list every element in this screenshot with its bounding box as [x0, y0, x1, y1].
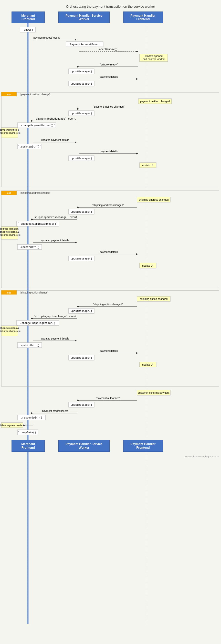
svg-rect-51: [140, 163, 156, 168]
svg-text:updated payment details: updated payment details: [41, 139, 69, 141]
svg-rect-85: [137, 296, 170, 301]
svg-rect-82: [1, 290, 17, 295]
svg-rect-104: [69, 355, 94, 360]
svg-text:total price change etc: total price change etc: [0, 234, 20, 236]
svg-rect-121: [17, 430, 38, 435]
svg-rect-30: [138, 99, 172, 104]
header-service: Payment Handler Service Worker: [58, 12, 110, 23]
svg-rect-108: [137, 390, 170, 395]
footer-frontend: Payment Handler Frontend: [123, 440, 163, 452]
svg-text:`.updateWith()`: `.updateWith()`: [18, 344, 41, 347]
svg-rect-116: [17, 415, 46, 420]
footer-merchant: Merchant Frontend: [12, 440, 45, 452]
svg-text:[payment method change]: [payment method change]: [20, 93, 50, 96]
svg-rect-79: [140, 263, 156, 268]
svg-rect-20: [69, 69, 94, 74]
svg-text:payment method &: payment method &: [0, 129, 19, 131]
svg-text:`.postMessage()`: `.postMessage()`: [69, 70, 94, 73]
svg-text:customer confirms payment: customer confirms payment: [138, 391, 170, 394]
svg-text:opt: opt: [7, 93, 11, 96]
svg-text:address validation,: address validation,: [0, 228, 19, 230]
svg-text:opt: opt: [7, 192, 11, 194]
svg-text:`paymentrequest` event: `paymentrequest` event: [33, 36, 60, 39]
svg-rect-40: [1, 128, 18, 138]
svg-text:[shipping option change]: [shipping option change]: [20, 291, 48, 294]
svg-rect-112: [69, 402, 94, 407]
svg-text:"shipping option changed": "shipping option changed": [93, 303, 123, 306]
svg-text:"payment authorized": "payment authorized": [96, 397, 120, 400]
svg-text:payment details: payment details: [100, 251, 118, 253]
svg-rect-34: [69, 111, 94, 116]
svg-rect-95: [1, 326, 18, 336]
svg-text:`.postMessage()`: `.postMessage()`: [69, 356, 94, 359]
svg-text:update UI: update UI: [142, 264, 153, 267]
svg-rect-11: [66, 42, 103, 47]
svg-text:`PaymentRequestEvent`: `PaymentRequestEvent`: [68, 43, 101, 46]
svg-text:and content loaded: and content loaded: [143, 58, 164, 61]
svg-text:payment details: payment details: [100, 150, 118, 153]
svg-rect-100: [17, 343, 42, 348]
svg-text:payment credential etc: payment credential etc: [42, 410, 68, 412]
svg-text:"shipping address changed": "shipping address changed": [92, 204, 124, 207]
svg-rect-45: [17, 144, 42, 149]
svg-text:`.postMessage()`: `.postMessage()`: [69, 157, 94, 160]
svg-text:updated payment details: updated payment details: [41, 337, 69, 340]
svg-rect-57: [137, 197, 170, 202]
svg-rect-27: [1, 92, 17, 96]
svg-rect-93: [17, 320, 59, 325]
svg-rect-49: [69, 156, 94, 161]
svg-rect-81: [1, 290, 219, 386]
svg-text:`.postMessage()`: `.postMessage()`: [69, 403, 94, 406]
svg-rect-54: [1, 191, 17, 195]
svg-text:`.postMessage()`: `.postMessage()`: [69, 82, 94, 85]
svg-rect-61: [69, 209, 94, 214]
svg-text:window opened: window opened: [144, 55, 163, 58]
footer-service: Payment Handler Service Worker: [58, 440, 110, 452]
svg-text:shipping options &: shipping options &: [0, 231, 19, 233]
svg-text:payment details: payment details: [100, 75, 118, 78]
svg-text:validate payment credential: validate payment credential: [0, 424, 26, 427]
svg-rect-26: [1, 92, 219, 187]
svg-rect-106: [140, 362, 156, 367]
svg-rect-77: [69, 256, 94, 261]
svg-text:payment method changed: payment method changed: [140, 100, 170, 103]
svg-text:shipping options &: shipping options &: [0, 327, 19, 329]
svg-text:`paymentmethodchange` event: `paymentmethodchange` event: [34, 117, 76, 120]
svg-rect-7: [20, 27, 35, 32]
svg-text:`.updateWith()`: `.updateWith()`: [18, 246, 41, 249]
diagram-title: Orchestrating the payment transaction on…: [0, 3, 221, 12]
svg-text:`.openWindow()`: `.openWindow()`: [96, 48, 119, 51]
svg-text:total price change etc: total price change etc: [0, 330, 20, 332]
svg-text:updated payment details: updated payment details: [41, 239, 69, 242]
svg-rect-15: [140, 54, 168, 62]
svg-rect-24: [69, 81, 94, 86]
sequence-svg: .show() `paymentrequest` event `PaymentR…: [0, 23, 221, 624]
svg-text:shipping address changed: shipping address changed: [139, 198, 169, 201]
svg-text:`.changeShippingAddress()`: `.changeShippingAddress()`: [18, 222, 58, 225]
svg-text:`shippingaddresschange` event: `shippingaddresschange` event: [33, 216, 77, 219]
svg-text:"payment method changed": "payment method changed": [93, 105, 125, 108]
svg-text:`.changePaymentMethod()`: `.changePaymentMethod()`: [18, 124, 55, 127]
svg-text:`shippingoptionchange` event: `shippingoptionchange` event: [34, 315, 77, 318]
svg-text:.show(): .show(): [22, 29, 33, 31]
svg-text:`.postMessage()`: `.postMessage()`: [69, 310, 94, 313]
sequence-area: .show() `paymentrequest` event `PaymentR…: [0, 23, 221, 624]
svg-text:shipping option changed: shipping option changed: [140, 298, 167, 300]
header-merchant: Merchant Frontend: [12, 12, 45, 23]
svg-text:`.changeShippingOption()`: `.changeShippingOption()`: [18, 322, 57, 325]
svg-text:"window ready": "window ready": [100, 63, 118, 66]
svg-rect-89: [69, 308, 94, 313]
diagram-container: Orchestrating the payment transaction on…: [0, 0, 221, 461]
svg-text:total price change etc: total price change etc: [0, 132, 20, 134]
svg-text:[shipping address change]: [shipping address change]: [20, 191, 50, 194]
svg-rect-38: [17, 123, 56, 128]
svg-rect-4: [27, 23, 29, 624]
svg-rect-67: [1, 227, 18, 239]
svg-text:`.respondWith()`: `.respondWith()`: [19, 416, 44, 419]
footer-row: Merchant Frontend Payment Handler Servic…: [0, 440, 221, 452]
svg-text:update UI: update UI: [142, 164, 153, 167]
svg-text:opt: opt: [7, 291, 11, 294]
svg-text:`.postMessage()`: `.postMessage()`: [69, 210, 94, 213]
svg-text:`.postMessage()`: `.postMessage()`: [69, 257, 94, 260]
svg-rect-118: [1, 423, 23, 428]
